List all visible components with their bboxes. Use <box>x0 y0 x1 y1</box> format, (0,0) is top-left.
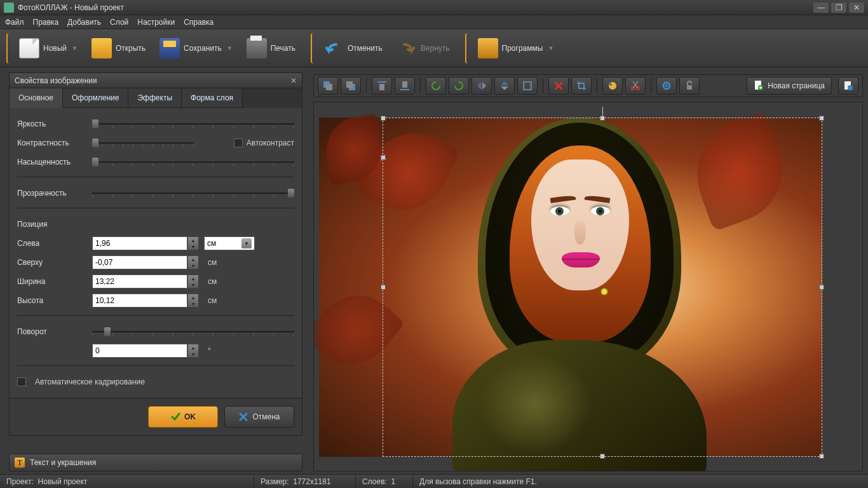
close-button[interactable]: ✕ <box>849 3 864 13</box>
rotate-left-button[interactable] <box>426 77 446 95</box>
canvas-area[interactable] <box>313 102 863 471</box>
rotate-right-button[interactable] <box>449 77 469 95</box>
menu-settings[interactable]: Настройки <box>137 18 175 27</box>
send-backward-button[interactable] <box>341 77 361 95</box>
resize-handle[interactable] <box>819 285 824 290</box>
cancel-button[interactable]: Отмена <box>224 406 294 428</box>
brightness-slider[interactable] <box>92 118 294 130</box>
action-bar: Новая страница <box>313 74 863 97</box>
spinner-arrows[interactable]: ▲▼ <box>187 344 199 358</box>
resize-handle[interactable] <box>381 285 386 290</box>
menu-layer[interactable]: Слой <box>110 18 128 27</box>
menu-edit[interactable]: Правка <box>33 18 59 27</box>
panel-titlebar[interactable]: Свойства изображения ✕ <box>10 73 302 88</box>
flip-horizontal-button[interactable] <box>471 77 492 95</box>
effects-button[interactable] <box>602 77 623 95</box>
svg-rect-1 <box>326 84 332 90</box>
programs-button[interactable]: Программы▼ <box>473 36 559 61</box>
spinner-arrows[interactable]: ▲▼ <box>187 274 199 288</box>
resize-handle[interactable] <box>380 154 386 160</box>
undo-icon <box>323 38 344 58</box>
bring-forward-button[interactable] <box>318 77 338 95</box>
menu-help[interactable]: Справка <box>184 18 214 27</box>
print-icon <box>247 38 267 58</box>
contrast-label: Контрастность <box>17 139 87 147</box>
menu-add[interactable]: Добавить <box>67 18 101 27</box>
opacity-slider[interactable] <box>92 187 294 199</box>
spinner-arrows[interactable]: ▲▼ <box>187 255 199 269</box>
svg-point-14 <box>665 85 668 87</box>
autocontrast-checkbox[interactable] <box>234 139 243 147</box>
main-toolbar: Новый▼ Открыть Сохранить▼ Печать Отменит… <box>0 29 868 67</box>
opacity-label: Прозрачность <box>17 189 87 198</box>
resize-handle[interactable] <box>819 454 824 459</box>
page-settings-button[interactable] <box>838 77 858 95</box>
svg-rect-15 <box>687 85 692 90</box>
resize-handle[interactable] <box>381 116 386 121</box>
new-button[interactable]: Новый▼ <box>14 36 83 61</box>
crop-button[interactable] <box>571 77 592 95</box>
tab-effects[interactable]: Эффекты <box>128 88 182 108</box>
resize-handle[interactable] <box>600 116 605 121</box>
collage-canvas[interactable] <box>319 118 822 457</box>
height-input[interactable] <box>92 294 187 308</box>
svg-rect-6 <box>400 89 409 90</box>
rotation-input[interactable] <box>92 344 187 358</box>
unit-select[interactable]: см▼ <box>204 236 255 250</box>
spinner-arrows[interactable]: ▲▼ <box>187 236 199 250</box>
check-icon <box>170 412 180 422</box>
app-icon <box>4 3 14 13</box>
svg-rect-4 <box>377 81 386 83</box>
close-icon <box>238 412 248 422</box>
left-input[interactable] <box>92 236 187 250</box>
settings-button[interactable] <box>656 77 677 95</box>
chevron-down-icon[interactable]: ▼ <box>227 45 233 51</box>
text-icon: T <box>15 458 25 468</box>
save-button[interactable]: Сохранить▼ <box>154 36 238 61</box>
resize-handle[interactable] <box>600 454 605 459</box>
top-input[interactable] <box>92 255 187 269</box>
redo-button[interactable]: Вернуть <box>391 36 455 61</box>
align-bottom-button[interactable] <box>395 77 415 95</box>
autocrop-checkbox[interactable] <box>17 377 26 386</box>
chevron-down-icon[interactable]: ▼ <box>72 45 78 51</box>
brightness-label: Яркость <box>17 119 87 128</box>
cut-button[interactable] <box>625 77 646 95</box>
fit-button[interactable] <box>517 77 538 95</box>
new-page-button[interactable]: Новая страница <box>747 77 832 95</box>
width-input[interactable] <box>92 274 187 288</box>
undo-button[interactable]: Отменить <box>318 36 388 61</box>
contrast-slider[interactable] <box>92 137 194 149</box>
lock-button[interactable] <box>679 77 700 95</box>
panel-close-button[interactable]: ✕ <box>290 76 297 85</box>
svg-rect-7 <box>402 81 407 88</box>
tab-design[interactable]: Оформление <box>63 88 128 108</box>
rotation-label: Поворот <box>17 327 87 336</box>
svg-point-10 <box>609 83 612 86</box>
selection-frame[interactable] <box>383 118 822 457</box>
tab-shape[interactable]: Форма слоя <box>182 88 243 108</box>
chevron-down-icon[interactable]: ▼ <box>548 45 553 51</box>
new-icon <box>19 38 39 58</box>
svg-rect-5 <box>379 84 384 90</box>
panel-tabs: Основное Оформление Эффекты Форма слоя <box>10 88 302 108</box>
delete-button[interactable] <box>548 77 569 95</box>
open-button[interactable]: Открыть <box>86 36 151 61</box>
tab-main[interactable]: Основное <box>10 88 63 108</box>
menubar: Файл Правка Добавить Слой Настройки Спра… <box>0 15 868 29</box>
maximize-button[interactable]: ❐ <box>831 3 846 13</box>
svg-point-19 <box>848 85 853 90</box>
text-decorations-accordion[interactable]: T Текст и украшения <box>9 454 302 471</box>
spinner-arrows[interactable]: ▲▼ <box>187 294 199 308</box>
minimize-button[interactable]: — <box>813 3 829 13</box>
rotation-slider[interactable] <box>92 326 294 337</box>
saturation-label: Насыщенность <box>17 158 87 166</box>
flip-vertical-button[interactable] <box>494 77 515 95</box>
print-button[interactable]: Печать <box>241 36 301 61</box>
resize-handle[interactable] <box>819 116 824 121</box>
status-bar: Проект: Новый проект Размер: 1772x1181 С… <box>0 474 868 488</box>
saturation-slider[interactable] <box>92 156 294 168</box>
align-top-button[interactable] <box>372 77 392 95</box>
ok-button[interactable]: OK <box>148 406 218 428</box>
menu-file[interactable]: Файл <box>5 18 24 27</box>
